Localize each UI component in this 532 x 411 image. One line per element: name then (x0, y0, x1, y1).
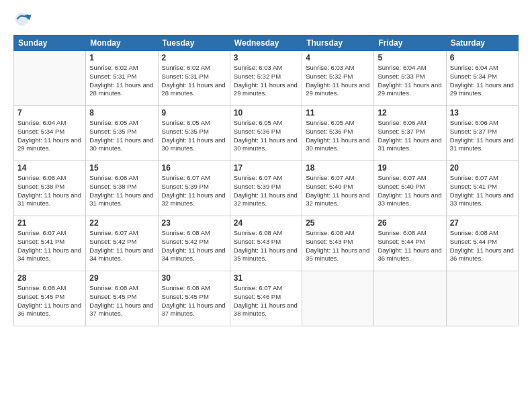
logo-icon (13, 11, 32, 30)
day-number: 26 (378, 218, 442, 228)
day-number: 11 (306, 108, 370, 118)
day-number: 7 (17, 108, 82, 118)
day-number: 1 (89, 53, 154, 62)
calendar-cell: 29Sunrise: 6:08 AMSunset: 5:45 PMDayligh… (86, 271, 158, 326)
calendar-week-5: 28Sunrise: 6:08 AMSunset: 5:45 PMDayligh… (14, 271, 519, 326)
day-header-sunday: Sunday (14, 36, 86, 51)
calendar-cell: 28Sunrise: 6:08 AMSunset: 5:45 PMDayligh… (14, 271, 86, 326)
day-info: Sunrise: 6:03 AMSunset: 5:32 PMDaylight:… (234, 64, 298, 98)
calendar-cell: 6Sunrise: 6:04 AMSunset: 5:34 PMDaylight… (446, 51, 518, 106)
calendar-cell: 31Sunrise: 6:07 AMSunset: 5:46 PMDayligh… (230, 271, 302, 326)
day-info: Sunrise: 6:06 AMSunset: 5:37 PMDaylight:… (378, 119, 442, 153)
day-info: Sunrise: 6:02 AMSunset: 5:31 PMDaylight:… (89, 64, 154, 98)
day-header-saturday: Saturday (446, 36, 518, 51)
calendar-cell: 14Sunrise: 6:06 AMSunset: 5:38 PMDayligh… (14, 161, 86, 216)
day-info: Sunrise: 6:05 AMSunset: 5:35 PMDaylight:… (162, 119, 226, 153)
header (13, 11, 519, 30)
day-number: 22 (89, 218, 154, 228)
day-number: 25 (306, 218, 370, 228)
day-info: Sunrise: 6:04 AMSunset: 5:33 PMDaylight:… (378, 64, 442, 98)
day-number: 30 (162, 273, 226, 283)
day-number: 13 (450, 108, 515, 118)
day-info: Sunrise: 6:07 AMSunset: 5:41 PMDaylight:… (17, 229, 82, 263)
day-number: 28 (17, 273, 82, 283)
day-number: 31 (234, 273, 298, 283)
day-info: Sunrise: 6:07 AMSunset: 5:40 PMDaylight:… (306, 174, 370, 208)
calendar-cell: 9Sunrise: 6:05 AMSunset: 5:35 PMDaylight… (158, 106, 230, 161)
calendar-cell: 20Sunrise: 6:07 AMSunset: 5:41 PMDayligh… (446, 161, 518, 216)
calendar-cell: 7Sunrise: 6:04 AMSunset: 5:34 PMDaylight… (14, 106, 86, 161)
day-info: Sunrise: 6:07 AMSunset: 5:41 PMDaylight:… (450, 174, 515, 208)
day-info: Sunrise: 6:08 AMSunset: 5:42 PMDaylight:… (162, 229, 226, 263)
day-info: Sunrise: 6:07 AMSunset: 5:42 PMDaylight:… (89, 229, 154, 263)
day-number: 16 (162, 163, 226, 173)
calendar-cell: 18Sunrise: 6:07 AMSunset: 5:40 PMDayligh… (302, 161, 374, 216)
day-info: Sunrise: 6:08 AMSunset: 5:45 PMDaylight:… (17, 284, 82, 318)
calendar-cell: 4Sunrise: 6:03 AMSunset: 5:32 PMDaylight… (302, 51, 374, 106)
calendar-cell (446, 271, 518, 326)
day-number: 4 (306, 53, 370, 62)
day-info: Sunrise: 6:04 AMSunset: 5:34 PMDaylight:… (450, 64, 515, 98)
day-number: 10 (234, 108, 298, 118)
calendar-cell: 15Sunrise: 6:06 AMSunset: 5:38 PMDayligh… (86, 161, 158, 216)
day-number: 12 (378, 108, 442, 118)
day-number: 6 (450, 53, 515, 62)
day-info: Sunrise: 6:08 AMSunset: 5:43 PMDaylight:… (306, 229, 370, 263)
day-info: Sunrise: 6:08 AMSunset: 5:44 PMDaylight:… (450, 229, 515, 263)
calendar-cell: 13Sunrise: 6:06 AMSunset: 5:37 PMDayligh… (446, 106, 518, 161)
day-number: 27 (450, 218, 515, 228)
calendar-cell: 16Sunrise: 6:07 AMSunset: 5:39 PMDayligh… (158, 161, 230, 216)
day-info: Sunrise: 6:08 AMSunset: 5:45 PMDaylight:… (89, 284, 154, 318)
day-info: Sunrise: 6:03 AMSunset: 5:32 PMDaylight:… (306, 64, 370, 98)
calendar-cell (14, 51, 86, 106)
calendar-header-row: SundayMondayTuesdayWednesdayThursdayFrid… (14, 36, 519, 51)
calendar-week-2: 7Sunrise: 6:04 AMSunset: 5:34 PMDaylight… (14, 106, 519, 161)
calendar-cell: 22Sunrise: 6:07 AMSunset: 5:42 PMDayligh… (86, 216, 158, 271)
calendar-cell: 10Sunrise: 6:05 AMSunset: 5:36 PMDayligh… (230, 106, 302, 161)
day-info: Sunrise: 6:06 AMSunset: 5:37 PMDaylight:… (450, 119, 515, 153)
day-number: 9 (162, 108, 226, 118)
day-number: 29 (89, 273, 154, 283)
day-number: 15 (89, 163, 154, 173)
day-info: Sunrise: 6:07 AMSunset: 5:40 PMDaylight:… (378, 174, 442, 208)
day-number: 21 (17, 218, 82, 228)
calendar-cell: 12Sunrise: 6:06 AMSunset: 5:37 PMDayligh… (374, 106, 446, 161)
day-number: 8 (89, 108, 154, 118)
calendar-cell (302, 271, 374, 326)
day-number: 23 (162, 218, 226, 228)
day-info: Sunrise: 6:07 AMSunset: 5:39 PMDaylight:… (234, 174, 298, 208)
day-number: 20 (450, 163, 515, 173)
calendar-cell: 30Sunrise: 6:08 AMSunset: 5:45 PMDayligh… (158, 271, 230, 326)
day-number: 5 (378, 53, 442, 62)
day-info: Sunrise: 6:08 AMSunset: 5:45 PMDaylight:… (162, 284, 226, 318)
calendar-week-4: 21Sunrise: 6:07 AMSunset: 5:41 PMDayligh… (14, 216, 519, 271)
calendar-cell: 24Sunrise: 6:08 AMSunset: 5:43 PMDayligh… (230, 216, 302, 271)
day-header-thursday: Thursday (302, 36, 374, 51)
day-info: Sunrise: 6:06 AMSunset: 5:38 PMDaylight:… (17, 174, 82, 208)
day-header-friday: Friday (374, 36, 446, 51)
calendar-cell: 5Sunrise: 6:04 AMSunset: 5:33 PMDaylight… (374, 51, 446, 106)
day-number: 2 (162, 53, 226, 62)
calendar-cell: 2Sunrise: 6:02 AMSunset: 5:31 PMDaylight… (158, 51, 230, 106)
calendar-cell (374, 271, 446, 326)
calendar-cell: 11Sunrise: 6:05 AMSunset: 5:36 PMDayligh… (302, 106, 374, 161)
day-number: 17 (234, 163, 298, 173)
calendar-cell: 3Sunrise: 6:03 AMSunset: 5:32 PMDaylight… (230, 51, 302, 106)
calendar-cell: 26Sunrise: 6:08 AMSunset: 5:44 PMDayligh… (374, 216, 446, 271)
calendar-table: SundayMondayTuesdayWednesdayThursdayFrid… (13, 35, 519, 326)
day-info: Sunrise: 6:08 AMSunset: 5:44 PMDaylight:… (378, 229, 442, 263)
calendar-cell: 1Sunrise: 6:02 AMSunset: 5:31 PMDaylight… (86, 51, 158, 106)
calendar-cell: 21Sunrise: 6:07 AMSunset: 5:41 PMDayligh… (14, 216, 86, 271)
day-header-tuesday: Tuesday (158, 36, 230, 51)
page: SundayMondayTuesdayWednesdayThursdayFrid… (0, 0, 532, 411)
day-number: 3 (234, 53, 298, 62)
calendar-cell: 25Sunrise: 6:08 AMSunset: 5:43 PMDayligh… (302, 216, 374, 271)
day-info: Sunrise: 6:07 AMSunset: 5:39 PMDaylight:… (162, 174, 226, 208)
day-header-monday: Monday (86, 36, 158, 51)
day-number: 14 (17, 163, 82, 173)
calendar-cell: 27Sunrise: 6:08 AMSunset: 5:44 PMDayligh… (446, 216, 518, 271)
day-info: Sunrise: 6:05 AMSunset: 5:35 PMDaylight:… (89, 119, 154, 153)
day-number: 24 (234, 218, 298, 228)
day-info: Sunrise: 6:08 AMSunset: 5:43 PMDaylight:… (234, 229, 298, 263)
calendar-cell: 17Sunrise: 6:07 AMSunset: 5:39 PMDayligh… (230, 161, 302, 216)
